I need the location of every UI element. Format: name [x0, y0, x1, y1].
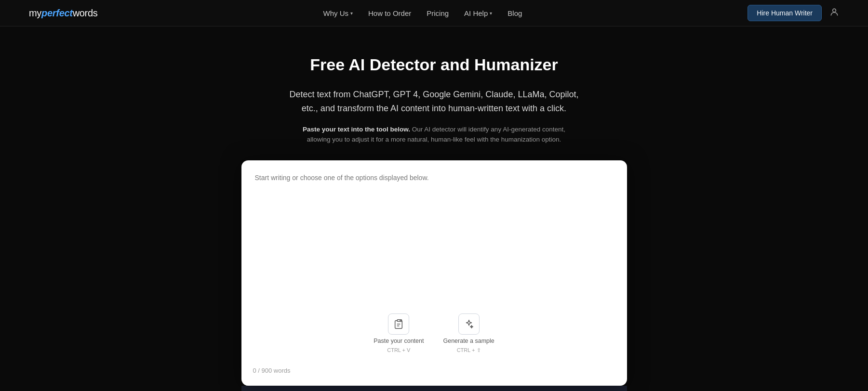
hint-bold: Paste your text into the tool below.: [303, 126, 410, 133]
page-subtitle: Detect text from ChatGPT, GPT 4, Google …: [285, 88, 584, 116]
navbar: myperfectwords Why Us ▾ How to Order Pri…: [0, 0, 868, 26]
chevron-down-icon: ▾: [490, 11, 492, 16]
brand-perfect: perfect: [41, 8, 73, 18]
nav-blog[interactable]: Blog: [507, 9, 522, 17]
text-input-container: Paste your content CTRL + V Generate a s…: [253, 172, 615, 363]
nav-pricing[interactable]: Pricing: [427, 9, 449, 17]
paste-label: Paste your content: [374, 338, 424, 344]
bottom-bar: i Waiting for input. We'll scan your con…: [241, 386, 627, 391]
chevron-down-icon: ▾: [350, 11, 353, 16]
sample-shortcut: CTRL + ⇧: [457, 347, 481, 353]
brand-my: my: [29, 8, 41, 18]
nav-ai-help[interactable]: AI Help ▾: [464, 9, 492, 17]
hint-text: Paste your text into the tool below. Our…: [299, 124, 569, 145]
svg-point-0: [833, 9, 836, 12]
text-input[interactable]: [253, 172, 615, 297]
action-buttons: Paste your content CTRL + V Generate a s…: [253, 299, 615, 363]
hire-human-writer-button[interactable]: Hire Human Writer: [748, 5, 822, 21]
word-count: 0 / 900 words: [253, 367, 615, 374]
paste-icon: [388, 313, 409, 335]
main-content: Free AI Detector and Humanizer Detect te…: [0, 26, 868, 391]
nav-why-us[interactable]: Why Us ▾: [323, 9, 353, 17]
nav-how-to-order[interactable]: How to Order: [368, 9, 411, 17]
brand-logo[interactable]: myperfectwords: [29, 8, 98, 19]
navbar-right: Hire Human Writer: [748, 5, 839, 21]
brand-words: words: [73, 8, 98, 18]
sample-label: Generate a sample: [443, 338, 494, 344]
tool-card: Paste your content CTRL + V Generate a s…: [241, 160, 627, 386]
user-account-icon[interactable]: [829, 7, 839, 19]
generate-sample-button[interactable]: Generate a sample CTRL + ⇧: [443, 313, 494, 353]
paste-content-button[interactable]: Paste your content CTRL + V: [374, 313, 424, 353]
paste-shortcut: CTRL + V: [387, 347, 410, 353]
generate-icon: [458, 313, 480, 335]
nav-links: Why Us ▾ How to Order Pricing AI Help ▾ …: [323, 9, 522, 17]
page-title: Free AI Detector and Humanizer: [310, 55, 558, 74]
